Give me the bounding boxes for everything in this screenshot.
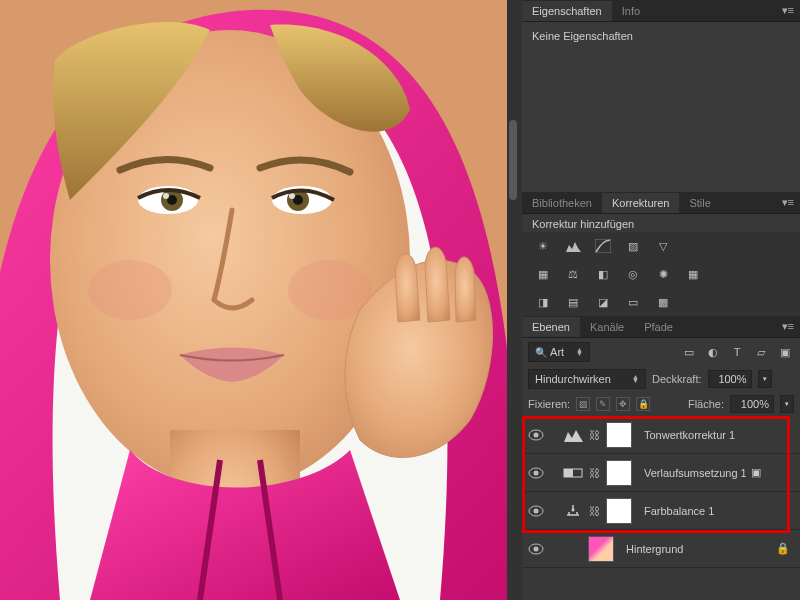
tab-libraries[interactable]: Bibliotheken [522, 193, 602, 213]
blend-mode-value: Hindurchwirken [535, 373, 611, 385]
svg-point-22 [572, 508, 575, 511]
photo-filter-icon[interactable]: ◎ [624, 266, 642, 282]
levels-icon[interactable] [564, 238, 582, 254]
lock-all-icon[interactable]: 🔒 [636, 397, 650, 411]
opacity-input[interactable]: 100% [708, 370, 752, 388]
lock-position-icon[interactable]: ✥ [616, 397, 630, 411]
layer-filter-dropdown[interactable]: 🔍 Art ▲▼ [528, 342, 590, 362]
svg-point-17 [534, 470, 539, 475]
lock-transparency-icon[interactable]: ▨ [576, 397, 590, 411]
visibility-toggle[interactable] [522, 505, 550, 517]
layer-row[interactable]: Hintergrund 🔒 [522, 530, 800, 568]
blend-mode-dropdown[interactable]: Hindurchwirken▲▼ [528, 369, 646, 389]
threshold-icon[interactable]: ◪ [594, 294, 612, 310]
tab-styles[interactable]: Stile [679, 193, 720, 213]
filter-pixel-icon[interactable]: ▭ [680, 344, 698, 360]
invert-icon[interactable]: ◨ [534, 294, 552, 310]
exposure-icon[interactable]: ▨ [624, 238, 642, 254]
properties-tabbar: Eigenschaften Info ▾≡ [522, 0, 800, 22]
fill-input[interactable]: 100% [730, 395, 774, 413]
svg-point-11 [88, 260, 172, 320]
layer-row[interactable]: ⛓ Tonwertkorrektur 1 [522, 416, 800, 454]
mask-link-icon[interactable]: ⛓ [587, 429, 601, 441]
properties-body: Keine Eigenschaften [522, 22, 800, 192]
svg-rect-19 [564, 469, 573, 477]
layer-name[interactable]: Verlaufsumsetzung 1 [644, 467, 747, 479]
gradient-map-adjustment-icon [560, 460, 586, 486]
curves-icon[interactable] [594, 238, 612, 254]
hue-saturation-icon[interactable]: ▦ [534, 266, 552, 282]
levels-adjustment-icon [560, 422, 586, 448]
layer-row[interactable]: ⛓ Farbbalance 1 [522, 492, 800, 530]
adjustments-row-3: ◨ ▤ ◪ ▭ ▩ [522, 288, 800, 316]
opacity-value: 100% [718, 373, 746, 385]
layer-name[interactable]: Tonwertkorrektur 1 [644, 429, 735, 441]
color-lookup-icon[interactable]: ▦ [684, 266, 702, 282]
layers-panel-menu[interactable]: ▾≡ [776, 320, 800, 333]
svg-point-24 [534, 546, 539, 551]
lock-icon: 🔒 [776, 542, 790, 555]
properties-empty-text: Keine Eigenschaften [532, 30, 633, 42]
lock-pixels-icon[interactable]: ✎ [596, 397, 610, 411]
gradient-map-icon[interactable]: ▭ [624, 294, 642, 310]
posterize-icon[interactable]: ▤ [564, 294, 582, 310]
lock-fill-row: Fixieren: ▨ ✎ ✥ 🔒 Fläche: 100% ▾ [522, 392, 800, 416]
layers-tabbar: Ebenen Kanäle Pfade ▾≡ [522, 316, 800, 338]
layers-filter-row: 🔍 Art ▲▼ ▭ ◐ T ▱ ▣ [522, 338, 800, 366]
mask-thumbnail[interactable] [606, 460, 632, 486]
selective-color-icon[interactable]: ▩ [654, 294, 672, 310]
layer-thumbnail[interactable] [588, 536, 614, 562]
add-adjustment-label: Korrektur hinzufügen [522, 214, 800, 232]
black-white-icon[interactable]: ◧ [594, 266, 612, 282]
svg-point-6 [163, 193, 169, 199]
opacity-stepper[interactable]: ▾ [758, 370, 772, 388]
svg-point-21 [534, 508, 539, 513]
tab-properties[interactable]: Eigenschaften [522, 1, 612, 21]
mask-link-icon[interactable]: ⛓ [587, 505, 601, 517]
mask-link-icon[interactable]: ⛓ [587, 467, 601, 479]
adjustments-panel-menu[interactable]: ▾≡ [776, 196, 800, 209]
mask-thumbnail[interactable] [606, 422, 632, 448]
color-balance-icon[interactable]: ⚖ [564, 266, 582, 282]
tab-paths[interactable]: Pfade [634, 317, 683, 337]
layer-name[interactable]: Farbbalance 1 [644, 505, 714, 517]
filter-type-icon[interactable]: T [728, 344, 746, 360]
scrollbar-thumb[interactable] [509, 120, 517, 200]
visibility-toggle[interactable] [522, 429, 550, 441]
layer-name[interactable]: Hintergrund [626, 543, 683, 555]
tab-adjustments[interactable]: Korrekturen [602, 193, 679, 213]
fill-label: Fläche: [688, 398, 724, 410]
layer-list: ⛓ Tonwertkorrektur 1 ⛓ Verlaufsumsetzung… [522, 416, 800, 600]
fill-stepper[interactable]: ▾ [780, 395, 794, 413]
adjustments-row-1: ☀ ▨ ▽ [522, 232, 800, 260]
filter-adjust-icon[interactable]: ◐ [704, 344, 722, 360]
lock-label: Fixieren: [528, 398, 570, 410]
properties-panel-menu[interactable]: ▾≡ [776, 4, 800, 17]
brightness-contrast-icon[interactable]: ☀ [534, 238, 552, 254]
channel-mixer-icon[interactable]: ✺ [654, 266, 672, 282]
svg-point-15 [534, 432, 539, 437]
mask-thumbnail[interactable] [606, 498, 632, 524]
filter-shape-icon[interactable]: ▱ [752, 344, 770, 360]
visibility-toggle[interactable] [522, 467, 550, 479]
layer-group-icon: ▣ [751, 466, 761, 479]
svg-point-10 [289, 193, 295, 199]
layer-row[interactable]: ⛓ Verlaufsumsetzung 1 ▣ [522, 454, 800, 492]
layer-filter-value: Art [550, 346, 564, 358]
fill-value: 100% [741, 398, 769, 410]
tab-channels[interactable]: Kanäle [580, 317, 634, 337]
adjustments-row-2: ▦ ⚖ ◧ ◎ ✺ ▦ [522, 260, 800, 288]
visibility-toggle[interactable] [522, 543, 550, 555]
tab-info[interactable]: Info [612, 1, 650, 21]
adjustments-tabbar: Bibliotheken Korrekturen Stile ▾≡ [522, 192, 800, 214]
color-balance-adjustment-icon [560, 498, 586, 524]
blend-opacity-row: Hindurchwirken▲▼ Deckkraft: 100% ▾ [522, 366, 800, 392]
opacity-label: Deckkraft: [652, 373, 702, 385]
vibrance-icon[interactable]: ▽ [654, 238, 672, 254]
tab-layers[interactable]: Ebenen [522, 317, 580, 337]
document-canvas[interactable] [0, 0, 507, 600]
canvas-scrollbar[interactable] [507, 0, 522, 600]
filter-smart-icon[interactable]: ▣ [776, 344, 794, 360]
